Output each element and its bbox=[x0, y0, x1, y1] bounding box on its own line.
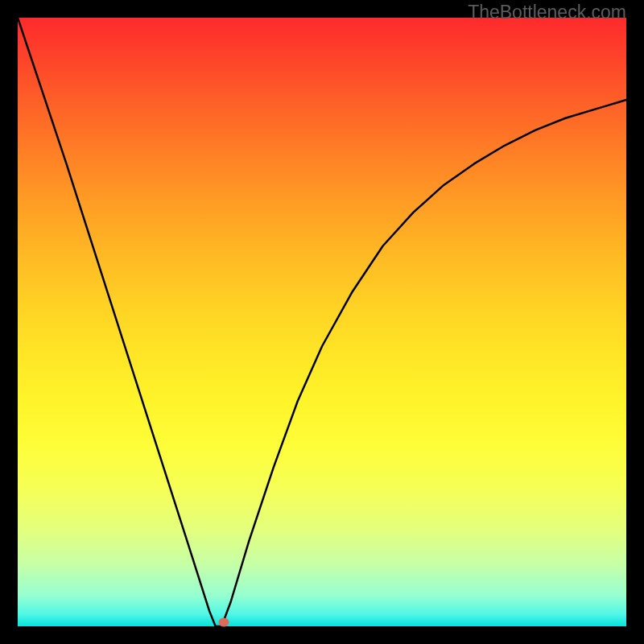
bottleneck-curve bbox=[18, 18, 626, 626]
watermark-text: TheBottleneck.com bbox=[468, 2, 626, 23]
optimal-point-marker bbox=[218, 618, 229, 627]
chart-container: TheBottleneck.com bbox=[0, 0, 644, 644]
